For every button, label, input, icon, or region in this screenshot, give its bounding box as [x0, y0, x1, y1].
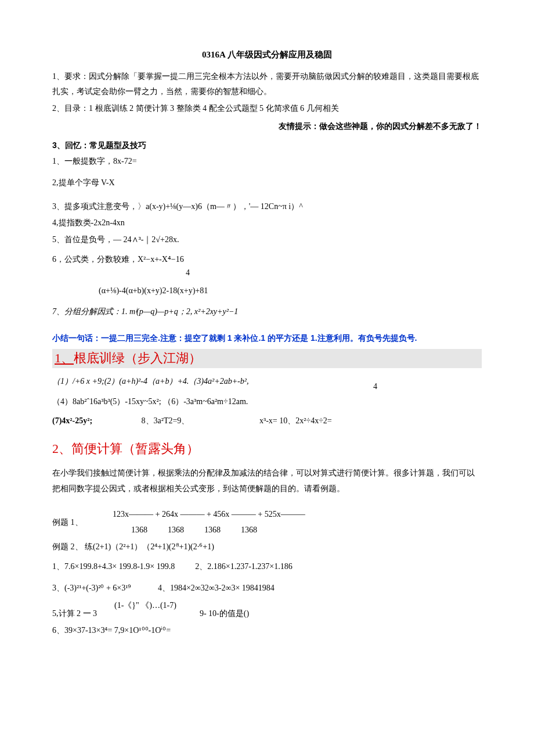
section-2-header: 2、简便计算（暂露头角） — [52, 437, 482, 461]
recall-item-5: 5、首位是负号，― 24∧³-｜2√+28x. — [52, 232, 482, 248]
recall-item-6c: (α+⅛)-4(α+b)(x+y)2-18(x+y)+81 — [52, 283, 482, 299]
recall-item-6b: 4 — [52, 265, 482, 281]
recall-header: 3、回忆：常见题型及技巧 — [52, 138, 482, 153]
friendly-tip: 友情提示：做会这些神题，你的因式分解差不多无敌了！ — [52, 118, 482, 134]
section-2-intro: 在小学我们接触过简便计算，根据乘法的分配律及加减法的结合律，可以对算式进行简便计… — [52, 466, 482, 496]
section-1-num: 1、 — [55, 351, 74, 365]
summary-line: 小结一句话：一提二用三完全.注意：提空了就剩 1 来补位.1 的平方还是 1.注… — [52, 330, 482, 346]
recall-item-3-text: 3、提多项式注意变号，〉a(x-y)+⅛(y—x)6（m—〃），'— 12Cn~… — [52, 202, 303, 211]
example-1-row: 例题 1、 123x——— + 264x ——— + 456x ——— + 52… — [52, 507, 482, 538]
s1-line1: （1）/+6 x +9;(2）(a+h)²-4（a+b）+4.（3)4a²+2a… — [52, 374, 482, 390]
recall-item-4: 4,提指数类-2x2n-4xn — [52, 215, 482, 231]
problem-5-end: 9- 10-的值是() — [200, 606, 249, 622]
intro-1: 1、要求：因式分解除「要掌握一提二用三完全根本方法以外，需要开动脑筋做因式分解的… — [52, 69, 482, 100]
s1-line2: （4）8ab²ˆ16a³b³(5）-15xy~5x²; （6）-3a³m~6a²… — [52, 394, 482, 410]
s1-line3: (7)4x²-25y²; 8、3a²T2=9、 x³-x= 10、2x²÷4x÷… — [52, 413, 482, 429]
recall-item-1: 1、一般提数字，8x-72= — [52, 154, 482, 170]
problem-line-3-4: 3、(-3)²¹+(-3)²⁰ + 6×3¹⁹ 4、1984×2∞32∞3-2∞… — [52, 581, 482, 596]
problem-line-6: 6、39×37-13×3⁴= 7,9×1O¹⁰⁰-1Oⁱ⁰= — [52, 623, 482, 639]
example-2: 例题 2、 练(2+1)（2²+1）（2⁴+1)(2⁸+1)(2·⁶+1) — [52, 539, 482, 555]
problem-line-1-2: 1、7.6×199.8+4.3× 199.8-1.9× 199.8 2、2.18… — [52, 559, 482, 575]
s1-l3-1: (7)4x²-25y²; — [52, 413, 139, 429]
problem-line-5: 5,计算 2 一 3 (1-《}" 《)…(1-7) 9- 10-的值是() — [52, 606, 482, 622]
recall-item-7: 7、分组分解因式：1. mʲ(p—q)—p+q；2, x²+2xy+y²−1 — [52, 304, 482, 320]
section-1-header: 1、根底训绿（步入江湖） — [52, 349, 482, 368]
doc-title: 0316A 八年级因式分解应用及稳固 — [52, 46, 482, 63]
example-1-label: 例题 1、 — [52, 515, 87, 531]
section-1-title: 根底训绿（步入江湖） — [74, 351, 201, 365]
recall-item-7-text: 7、分组分解因式：1. mʲ(p—q)—p+q；2, x²+2xy+y²−1 — [52, 307, 238, 316]
problem-5-top: (1-《}" 《)…(1-7) — [62, 601, 176, 610]
s1-line1-right: 4 — [373, 379, 377, 395]
recall-item-3: 3、提多项式注意变号，〉a(x-y)+⅛(y—x)6（m—〃），'— 12Cn~… — [52, 199, 482, 215]
example-1-top: 123x——— + 264x ——— + 456x ——— + 525x——— — [89, 507, 305, 523]
s1-l3-3: x³-x= 10、2x²÷4x÷2= — [259, 413, 332, 429]
example-1-bottom: 1368 1368 1368 1368 — [89, 523, 305, 538]
s1-l3-2: 8、3a²T2=9、 — [142, 413, 258, 429]
intro-2: 2、目录：1 根底训练 2 简便计算 3 整除类 4 配全公式题型 5 化简求值… — [52, 101, 482, 117]
recall-item-2: 2,提单个字母 V-X — [52, 175, 482, 191]
